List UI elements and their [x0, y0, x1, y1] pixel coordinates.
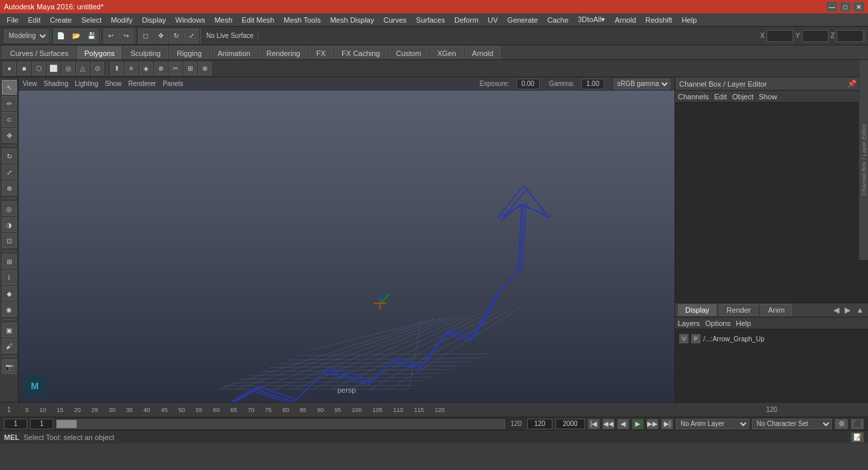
skip-start-btn[interactable]: |◀	[588, 419, 600, 429]
tab-fx[interactable]: FX	[309, 46, 333, 59]
menu-file[interactable]: File	[3, 13, 23, 26]
rotate-tool-btn[interactable]: ↻	[169, 29, 183, 43]
anim-prefs-btn[interactable]: ⚙	[835, 419, 848, 429]
menu-3dtoall[interactable]: 3DtoAll▾	[574, 13, 609, 26]
universal-btn[interactable]: ⊕	[2, 181, 17, 195]
menu-surfaces[interactable]: Surfaces	[412, 13, 449, 26]
menu-arnold[interactable]: Arnold	[610, 13, 640, 26]
y-input[interactable]	[802, 30, 829, 42]
new-btn[interactable]: 📄	[53, 29, 68, 43]
play-btn[interactable]: ▶	[632, 419, 644, 429]
snap-point-btn[interactable]: ◆	[2, 286, 17, 301]
cut-btn[interactable]: ✂	[169, 62, 182, 75]
poly-cube-btn[interactable]: ■	[17, 62, 31, 75]
select-mode-btn[interactable]: ↖	[2, 80, 17, 95]
z-input[interactable]	[837, 30, 863, 42]
poly-cyl-btn[interactable]: ⬡	[32, 62, 45, 75]
bool-btn[interactable]: ⊗	[198, 62, 211, 75]
scale-btn[interactable]: ⤢	[2, 165, 17, 179]
extrude-btn[interactable]: ⬆	[110, 62, 123, 75]
tab-anim[interactable]: Anim	[761, 304, 792, 316]
move-tool-btn[interactable]: ✥	[153, 29, 168, 43]
tab-rendering[interactable]: Rendering	[259, 46, 308, 59]
menu-mesh-tools[interactable]: Mesh Tools	[280, 13, 324, 26]
redo-btn[interactable]: ↪	[119, 29, 133, 43]
undo-btn[interactable]: ↩	[103, 29, 118, 43]
menu-create[interactable]: Create	[46, 13, 76, 26]
viewport[interactable]: View Shading Lighting Show Renderer Pane…	[19, 77, 675, 402]
max-frame-input[interactable]	[555, 419, 585, 429]
start-frame-input[interactable]	[30, 419, 53, 429]
show-menu[interactable]: Show	[759, 93, 777, 101]
minimize-btn[interactable]: —	[827, 2, 837, 11]
rotate-btn[interactable]: ↻	[2, 149, 17, 163]
current-frame-input[interactable]	[4, 419, 27, 429]
camera-btn[interactable]: 📷	[2, 359, 17, 374]
menu-uv[interactable]: UV	[484, 13, 502, 26]
tab-sculpting[interactable]: Sculpting	[123, 46, 168, 59]
menu-redshift[interactable]: Redshift	[641, 13, 676, 26]
bevel-btn[interactable]: ◈	[139, 62, 153, 75]
open-btn[interactable]: 📂	[69, 29, 83, 43]
layer-icon-prev[interactable]: ◀	[833, 305, 839, 315]
show-manip-btn[interactable]: ⊡	[2, 233, 17, 248]
menu-edit[interactable]: Edit	[24, 13, 45, 26]
poly-plane-btn[interactable]: ⬜	[47, 62, 60, 75]
menu-help[interactable]: Help	[678, 13, 701, 26]
move-btn[interactable]: ✥	[2, 128, 17, 143]
menu-curves[interactable]: Curves	[380, 13, 411, 26]
menu-cache[interactable]: Cache	[543, 13, 572, 26]
x-input[interactable]	[767, 30, 793, 42]
tab-render[interactable]: Render	[719, 304, 758, 316]
tab-fx-caching[interactable]: FX Caching	[334, 46, 387, 59]
save-btn[interactable]: 💾	[84, 29, 99, 43]
soft-mod-btn[interactable]: ◎	[2, 201, 17, 216]
scale-tool-btn[interactable]: ⤢	[184, 29, 199, 43]
right-panel-pin-btn[interactable]: 📌	[847, 79, 857, 88]
menu-edit-mesh[interactable]: Edit Mesh	[238, 13, 278, 26]
close-btn[interactable]: ✕	[853, 2, 864, 11]
tab-rigging[interactable]: Rigging	[169, 46, 209, 59]
sculpt-btn[interactable]: ◑	[2, 217, 17, 232]
menu-windows[interactable]: Windows	[171, 13, 209, 26]
insert-btn[interactable]: ⊞	[183, 62, 197, 75]
layer-icon-up[interactable]: ▲	[856, 305, 864, 315]
layer-visibility-btn[interactable]: V	[679, 334, 689, 343]
tab-display[interactable]: Display	[678, 304, 717, 316]
tab-animation[interactable]: Animation	[210, 46, 258, 59]
tab-xgen[interactable]: XGen	[430, 46, 463, 59]
snap-grid-btn[interactable]: ⊞	[2, 254, 17, 269]
bridge-btn[interactable]: ≡	[125, 62, 138, 75]
render-region-btn[interactable]: ▣	[2, 323, 17, 337]
char-set-select[interactable]: No Character Set	[752, 419, 832, 429]
channels-menu[interactable]: Channels	[678, 93, 709, 101]
snap-surface-btn[interactable]: ◉	[2, 302, 17, 317]
menu-deform[interactable]: Deform	[450, 13, 482, 26]
script-editor-btn[interactable]: 📝	[851, 432, 864, 443]
snap-curve-btn[interactable]: ⌇	[2, 270, 17, 285]
timeline-ticks[interactable]: 5 10 15 20 29 30 35 40 45 50 55 60 65 70…	[19, 403, 675, 417]
layer-icon-next[interactable]: ▶	[845, 305, 851, 315]
step-back1-btn[interactable]: ◀	[617, 419, 629, 429]
menu-generate[interactable]: Generate	[503, 13, 542, 26]
timeline-prefs-btn[interactable]: ⬛	[851, 419, 864, 429]
options-menu[interactable]: Options	[705, 319, 731, 327]
tab-curves-surfaces[interactable]: Curves / Surfaces	[3, 46, 75, 59]
tab-custom[interactable]: Custom	[389, 46, 429, 59]
step-back-btn[interactable]: ◀◀	[602, 419, 614, 429]
skip-end-btn[interactable]: ▶|	[661, 419, 673, 429]
edit-menu[interactable]: Edit	[714, 93, 727, 101]
menu-select[interactable]: Select	[77, 13, 106, 26]
workspace-select[interactable]: Modeling	[4, 29, 49, 43]
paint-select-btn[interactable]: ✏	[2, 96, 17, 111]
playback-range-slider[interactable]	[56, 419, 505, 429]
menu-mesh[interactable]: Mesh	[210, 13, 236, 26]
poly-sphere-btn[interactable]: ●	[3, 62, 16, 75]
end-frame-input[interactable]	[527, 419, 552, 429]
merge-btn[interactable]: ⊕	[154, 62, 167, 75]
select-tool-btn[interactable]: ◻	[138, 29, 153, 43]
poly-pipe-btn[interactable]: ⊙	[91, 62, 104, 75]
anim-layer-select[interactable]: No Anim Layer	[676, 419, 749, 429]
window-controls[interactable]: — □ ✕	[827, 2, 864, 11]
poly-torus-btn[interactable]: ◎	[61, 62, 75, 75]
